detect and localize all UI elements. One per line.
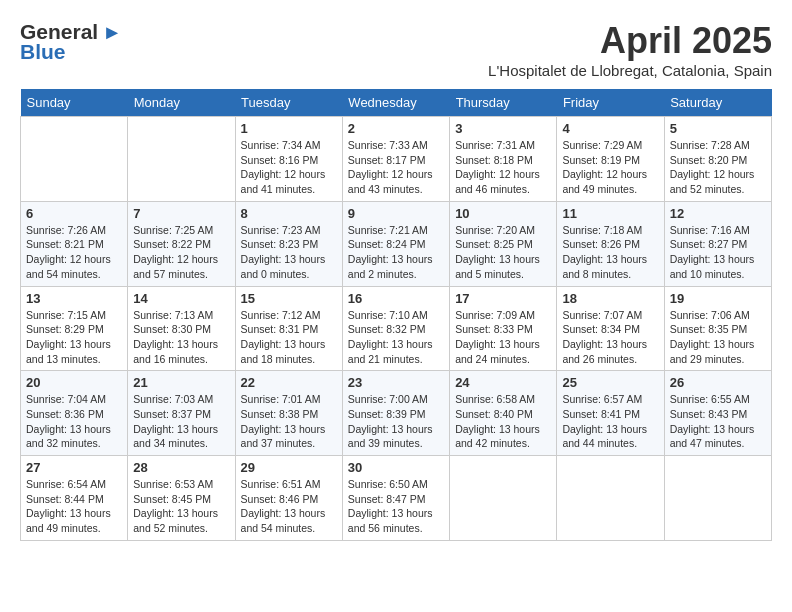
calendar-week-3: 13Sunrise: 7:15 AM Sunset: 8:29 PM Dayli… (21, 286, 772, 371)
day-number: 21 (133, 375, 229, 390)
header-wednesday: Wednesday (342, 89, 449, 117)
day-number: 14 (133, 291, 229, 306)
calendar-week-4: 20Sunrise: 7:04 AM Sunset: 8:36 PM Dayli… (21, 371, 772, 456)
calendar-week-2: 6Sunrise: 7:26 AM Sunset: 8:21 PM Daylig… (21, 201, 772, 286)
header-sunday: Sunday (21, 89, 128, 117)
day-detail: Sunrise: 7:04 AM Sunset: 8:36 PM Dayligh… (26, 392, 122, 451)
logo: General ► Blue (20, 20, 122, 64)
day-detail: Sunrise: 6:53 AM Sunset: 8:45 PM Dayligh… (133, 477, 229, 536)
calendar-cell-1-5: 3Sunrise: 7:31 AM Sunset: 8:18 PM Daylig… (450, 117, 557, 202)
calendar-cell-1-3: 1Sunrise: 7:34 AM Sunset: 8:16 PM Daylig… (235, 117, 342, 202)
calendar-cell-2-3: 8Sunrise: 7:23 AM Sunset: 8:23 PM Daylig… (235, 201, 342, 286)
page-container: General ► Blue April 2025 L'Hospitalet d… (20, 20, 772, 541)
day-number: 29 (241, 460, 337, 475)
day-number: 27 (26, 460, 122, 475)
day-number: 17 (455, 291, 551, 306)
day-number: 2 (348, 121, 444, 136)
day-number: 26 (670, 375, 766, 390)
day-number: 8 (241, 206, 337, 221)
day-number: 25 (562, 375, 658, 390)
calendar-cell-3-7: 19Sunrise: 7:06 AM Sunset: 8:35 PM Dayli… (664, 286, 771, 371)
calendar-cell-5-3: 29Sunrise: 6:51 AM Sunset: 8:46 PM Dayli… (235, 456, 342, 541)
day-number: 9 (348, 206, 444, 221)
day-detail: Sunrise: 7:13 AM Sunset: 8:30 PM Dayligh… (133, 308, 229, 367)
day-detail: Sunrise: 6:57 AM Sunset: 8:41 PM Dayligh… (562, 392, 658, 451)
calendar-cell-1-6: 4Sunrise: 7:29 AM Sunset: 8:19 PM Daylig… (557, 117, 664, 202)
day-detail: Sunrise: 7:01 AM Sunset: 8:38 PM Dayligh… (241, 392, 337, 451)
day-detail: Sunrise: 7:26 AM Sunset: 8:21 PM Dayligh… (26, 223, 122, 282)
header-monday: Monday (128, 89, 235, 117)
calendar-cell-1-2 (128, 117, 235, 202)
month-title: April 2025 (488, 20, 772, 62)
day-detail: Sunrise: 7:00 AM Sunset: 8:39 PM Dayligh… (348, 392, 444, 451)
day-number: 12 (670, 206, 766, 221)
day-detail: Sunrise: 6:58 AM Sunset: 8:40 PM Dayligh… (455, 392, 551, 451)
day-detail: Sunrise: 7:06 AM Sunset: 8:35 PM Dayligh… (670, 308, 766, 367)
calendar-cell-5-7 (664, 456, 771, 541)
calendar-week-1: 1Sunrise: 7:34 AM Sunset: 8:16 PM Daylig… (21, 117, 772, 202)
day-detail: Sunrise: 7:15 AM Sunset: 8:29 PM Dayligh… (26, 308, 122, 367)
calendar-cell-4-3: 22Sunrise: 7:01 AM Sunset: 8:38 PM Dayli… (235, 371, 342, 456)
day-detail: Sunrise: 7:10 AM Sunset: 8:32 PM Dayligh… (348, 308, 444, 367)
calendar-cell-2-5: 10Sunrise: 7:20 AM Sunset: 8:25 PM Dayli… (450, 201, 557, 286)
calendar-cell-5-6 (557, 456, 664, 541)
calendar-cell-3-5: 17Sunrise: 7:09 AM Sunset: 8:33 PM Dayli… (450, 286, 557, 371)
title-block: April 2025 L'Hospitalet de Llobregat, Ca… (488, 20, 772, 79)
day-number: 22 (241, 375, 337, 390)
day-detail: Sunrise: 7:33 AM Sunset: 8:17 PM Dayligh… (348, 138, 444, 197)
day-number: 18 (562, 291, 658, 306)
day-detail: Sunrise: 7:29 AM Sunset: 8:19 PM Dayligh… (562, 138, 658, 197)
day-detail: Sunrise: 7:31 AM Sunset: 8:18 PM Dayligh… (455, 138, 551, 197)
day-detail: Sunrise: 6:50 AM Sunset: 8:47 PM Dayligh… (348, 477, 444, 536)
calendar-cell-4-2: 21Sunrise: 7:03 AM Sunset: 8:37 PM Dayli… (128, 371, 235, 456)
day-number: 6 (26, 206, 122, 221)
day-number: 24 (455, 375, 551, 390)
calendar-cell-1-7: 5Sunrise: 7:28 AM Sunset: 8:20 PM Daylig… (664, 117, 771, 202)
calendar-cell-4-4: 23Sunrise: 7:00 AM Sunset: 8:39 PM Dayli… (342, 371, 449, 456)
day-number: 5 (670, 121, 766, 136)
calendar-cell-2-2: 7Sunrise: 7:25 AM Sunset: 8:22 PM Daylig… (128, 201, 235, 286)
calendar-week-5: 27Sunrise: 6:54 AM Sunset: 8:44 PM Dayli… (21, 456, 772, 541)
calendar-cell-3-1: 13Sunrise: 7:15 AM Sunset: 8:29 PM Dayli… (21, 286, 128, 371)
day-number: 13 (26, 291, 122, 306)
day-number: 10 (455, 206, 551, 221)
day-detail: Sunrise: 6:55 AM Sunset: 8:43 PM Dayligh… (670, 392, 766, 451)
day-number: 3 (455, 121, 551, 136)
header-tuesday: Tuesday (235, 89, 342, 117)
calendar-header-row: Sunday Monday Tuesday Wednesday Thursday… (21, 89, 772, 117)
day-number: 11 (562, 206, 658, 221)
calendar-table: Sunday Monday Tuesday Wednesday Thursday… (20, 89, 772, 541)
day-number: 7 (133, 206, 229, 221)
day-detail: Sunrise: 7:16 AM Sunset: 8:27 PM Dayligh… (670, 223, 766, 282)
day-number: 1 (241, 121, 337, 136)
calendar-cell-4-5: 24Sunrise: 6:58 AM Sunset: 8:40 PM Dayli… (450, 371, 557, 456)
day-detail: Sunrise: 7:18 AM Sunset: 8:26 PM Dayligh… (562, 223, 658, 282)
day-detail: Sunrise: 7:23 AM Sunset: 8:23 PM Dayligh… (241, 223, 337, 282)
day-detail: Sunrise: 7:34 AM Sunset: 8:16 PM Dayligh… (241, 138, 337, 197)
calendar-cell-2-1: 6Sunrise: 7:26 AM Sunset: 8:21 PM Daylig… (21, 201, 128, 286)
logo-bird-icon: ► (102, 21, 122, 44)
calendar-cell-5-1: 27Sunrise: 6:54 AM Sunset: 8:44 PM Dayli… (21, 456, 128, 541)
day-number: 19 (670, 291, 766, 306)
calendar-cell-3-4: 16Sunrise: 7:10 AM Sunset: 8:32 PM Dayli… (342, 286, 449, 371)
calendar-cell-4-7: 26Sunrise: 6:55 AM Sunset: 8:43 PM Dayli… (664, 371, 771, 456)
day-detail: Sunrise: 7:21 AM Sunset: 8:24 PM Dayligh… (348, 223, 444, 282)
calendar-cell-3-6: 18Sunrise: 7:07 AM Sunset: 8:34 PM Dayli… (557, 286, 664, 371)
calendar-cell-3-3: 15Sunrise: 7:12 AM Sunset: 8:31 PM Dayli… (235, 286, 342, 371)
day-number: 23 (348, 375, 444, 390)
calendar-cell-3-2: 14Sunrise: 7:13 AM Sunset: 8:30 PM Dayli… (128, 286, 235, 371)
calendar-cell-1-1 (21, 117, 128, 202)
calendar-cell-5-5 (450, 456, 557, 541)
logo-blue-text: Blue (20, 40, 66, 64)
location: L'Hospitalet de Llobregat, Catalonia, Sp… (488, 62, 772, 79)
day-number: 28 (133, 460, 229, 475)
day-detail: Sunrise: 7:25 AM Sunset: 8:22 PM Dayligh… (133, 223, 229, 282)
day-detail: Sunrise: 7:07 AM Sunset: 8:34 PM Dayligh… (562, 308, 658, 367)
day-number: 15 (241, 291, 337, 306)
day-detail: Sunrise: 7:03 AM Sunset: 8:37 PM Dayligh… (133, 392, 229, 451)
calendar-cell-2-7: 12Sunrise: 7:16 AM Sunset: 8:27 PM Dayli… (664, 201, 771, 286)
day-detail: Sunrise: 7:28 AM Sunset: 8:20 PM Dayligh… (670, 138, 766, 197)
page-header: General ► Blue April 2025 L'Hospitalet d… (20, 20, 772, 79)
day-detail: Sunrise: 7:09 AM Sunset: 8:33 PM Dayligh… (455, 308, 551, 367)
day-number: 16 (348, 291, 444, 306)
